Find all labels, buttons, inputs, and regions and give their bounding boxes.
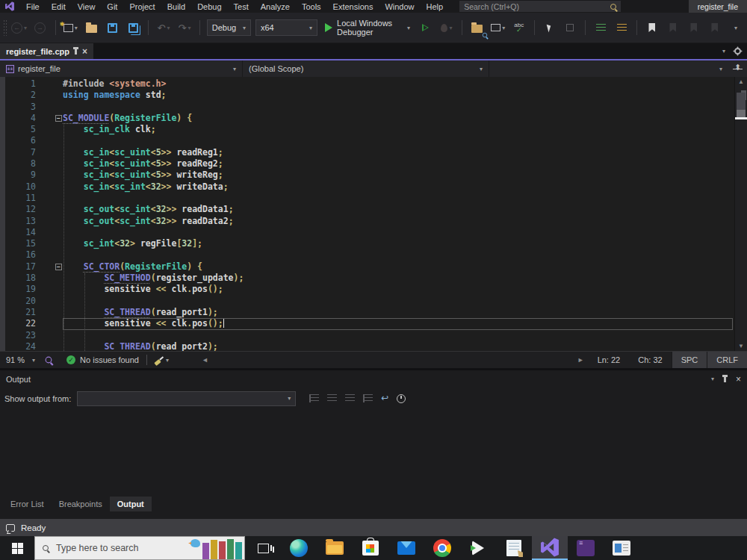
undo-button[interactable]: ↶▾ [155, 19, 172, 37]
panel-tab-breakpoints[interactable]: Breakpoints [52, 497, 110, 511]
navigate-window-button[interactable]: ▾ [490, 19, 506, 37]
taskbar-search-box[interactable]: Type here to search [34, 536, 245, 560]
code-text[interactable] [63, 227, 733, 238]
fold-collapse-icon[interactable]: − [55, 264, 62, 270]
menu-project[interactable]: Project [123, 0, 161, 13]
code-line-20[interactable]: 20 [0, 296, 734, 307]
code-line-4[interactable]: 4−SC_MODULE(RegisterFile) { [0, 113, 734, 124]
code-line-13[interactable]: 13 sc_out<sc_int<32>> readData2; [0, 216, 734, 227]
code-line-6[interactable]: 6 [0, 135, 734, 146]
code-line-7[interactable]: 7 sc_in<sc_uint<5>> readReg1; [0, 147, 734, 158]
previous-message-icon[interactable] [327, 394, 337, 402]
panel-tab-error-list[interactable]: Error List [3, 497, 52, 511]
code-line-3[interactable]: 3 [0, 102, 734, 113]
code-text[interactable] [63, 102, 733, 113]
selection-mode-button[interactable] [541, 19, 557, 37]
code-text[interactable]: sensitive << clk.pos(); [63, 318, 733, 329]
code-text[interactable]: SC_MODULE(RegisterFile) { [63, 113, 733, 124]
report-viewer-app-icon[interactable] [604, 536, 639, 560]
visual-studio-app-icon[interactable] [532, 536, 568, 560]
microsoft-store-app-icon[interactable] [353, 536, 388, 560]
scroll-down-arrow[interactable]: ▼ [735, 343, 747, 349]
clock-icon[interactable] [397, 394, 406, 403]
media-player-app-icon[interactable] [460, 536, 496, 560]
next-message-icon[interactable] [345, 394, 355, 402]
clear-all-icon[interactable] [363, 394, 373, 402]
pin-icon[interactable] [724, 377, 726, 382]
spaces-toggle[interactable]: SPC [672, 352, 707, 368]
code-text[interactable]: sc_in<sc_uint<5>> readReg1; [63, 147, 733, 158]
code-text[interactable]: SC_CTOR(RegisterFile) { [63, 261, 733, 273]
menu-build[interactable]: Build [161, 0, 191, 13]
open-folder-button[interactable] [83, 19, 99, 37]
code-line-11[interactable]: 11 [0, 193, 734, 204]
window-position-dropdown[interactable]: ▾ [711, 376, 714, 382]
code-line-14[interactable]: 14 [0, 227, 734, 238]
code-text[interactable]: sc_out<sc_int<32>> readData2; [63, 216, 733, 227]
notepad-app-icon[interactable] [496, 536, 532, 560]
horizontal-scrollbar[interactable] [213, 352, 573, 368]
code-line-18[interactable]: 18 SC_METHOD(register_update); [0, 273, 734, 284]
file-explorer-app-icon[interactable] [317, 536, 353, 560]
menu-git[interactable]: Git [101, 0, 123, 13]
code-line-16[interactable]: 16 [0, 249, 734, 261]
solution-configuration-select[interactable]: Debug▾ [207, 19, 251, 36]
scroll-right-arrow[interactable]: ► [573, 356, 589, 364]
save-all-button[interactable] [125, 19, 141, 37]
save-button[interactable] [104, 19, 120, 37]
code-text[interactable]: sc_int<32> regFile[32]; [63, 238, 733, 249]
output-source-select[interactable]: ▾ [77, 391, 296, 406]
scroll-left-arrow[interactable]: ◄ [197, 356, 213, 364]
start-debugging-button[interactable]: Local Windows Debugger ▾ [322, 19, 413, 37]
code-line-12[interactable]: 12 sc_out<sc_int<32>> readData1; [0, 204, 734, 215]
type-scope-select[interactable]: (Global Scope) ▾ [243, 60, 489, 77]
code-health-icon[interactable] [46, 357, 52, 364]
member-scope-select[interactable]: ▾ [489, 60, 728, 77]
code-text[interactable]: using namespace std; [63, 90, 733, 101]
toggle-bookmark-button[interactable] [644, 19, 660, 37]
code-line-17[interactable]: 17− SC_CTOR(RegisterFile) { [0, 261, 734, 273]
split-editor-handle[interactable] [733, 64, 743, 74]
menu-help[interactable]: Help [421, 0, 450, 13]
line-ending-indicator[interactable]: CRLF [707, 352, 747, 368]
pin-icon[interactable] [75, 49, 77, 55]
code-line-1[interactable]: 1#include <systemc.h> [0, 78, 734, 90]
issues-indicator[interactable]: ✓ No issues found [66, 355, 139, 364]
code-line-10[interactable]: 10 sc_in<sc_int<32>> writeData; [0, 181, 734, 193]
tab-list-dropdown[interactable]: ▾ [722, 48, 725, 55]
code-text[interactable]: sc_in<sc_int<32>> writeData; [63, 181, 733, 193]
feedback-icon[interactable] [6, 524, 15, 532]
zoom-select[interactable]: 91 % ▾ [0, 355, 41, 364]
gear-icon[interactable] [734, 48, 741, 55]
code-line-9[interactable]: 9 sc_in<sc_uint<5>> writeReg; [0, 169, 734, 181]
spell-check-button[interactable]: abc✓ [511, 19, 527, 37]
close-icon[interactable]: × [736, 376, 741, 383]
menu-extensions[interactable]: Extensions [327, 0, 379, 13]
menu-edit[interactable]: Edit [46, 0, 72, 13]
redo-button[interactable]: ↷▾ [176, 19, 193, 37]
code-text[interactable]: sc_in<sc_uint<5>> readReg2; [63, 158, 733, 169]
vertical-scrollbar[interactable]: ▲ ▼ [734, 77, 747, 351]
find-in-files-button[interactable] [469, 19, 486, 37]
code-line-5[interactable]: 5 sc_in_clk clk; [0, 124, 734, 135]
navigate-back-button[interactable]: ←▾ [11, 19, 28, 37]
menu-analyze[interactable]: Analyze [255, 0, 296, 13]
project-scope-select[interactable]: ++ register_file ▾ [0, 60, 243, 77]
code-text[interactable]: SC_THREAD(read_port1); [63, 307, 733, 318]
tab-register-file-cpp[interactable]: register_file.cpp × [0, 43, 93, 59]
toolbar-overflow-button[interactable]: ▾ [728, 19, 744, 37]
indent-increase-button[interactable] [613, 19, 630, 37]
navigate-forward-button[interactable]: → [32, 19, 49, 37]
code-lines[interactable]: 1#include <systemc.h>2using namespace st… [0, 78, 734, 351]
code-text[interactable]: sc_in_clk clk; [63, 124, 733, 135]
menu-file[interactable]: File [20, 0, 46, 13]
code-text[interactable]: sc_in<sc_uint<5>> writeReg; [63, 169, 733, 181]
code-line-19[interactable]: 19 sensitive << clk.pos(); [0, 284, 734, 295]
previous-bookmark-button[interactable] [665, 19, 681, 37]
task-view-button[interactable] [245, 536, 281, 560]
code-text[interactable] [63, 135, 733, 146]
code-text[interactable] [63, 296, 733, 307]
quick-search-box[interactable]: Search (Ctrl+Q) [459, 1, 621, 12]
word-wrap-icon[interactable]: ↩ [381, 394, 388, 402]
start-button[interactable] [0, 536, 34, 560]
